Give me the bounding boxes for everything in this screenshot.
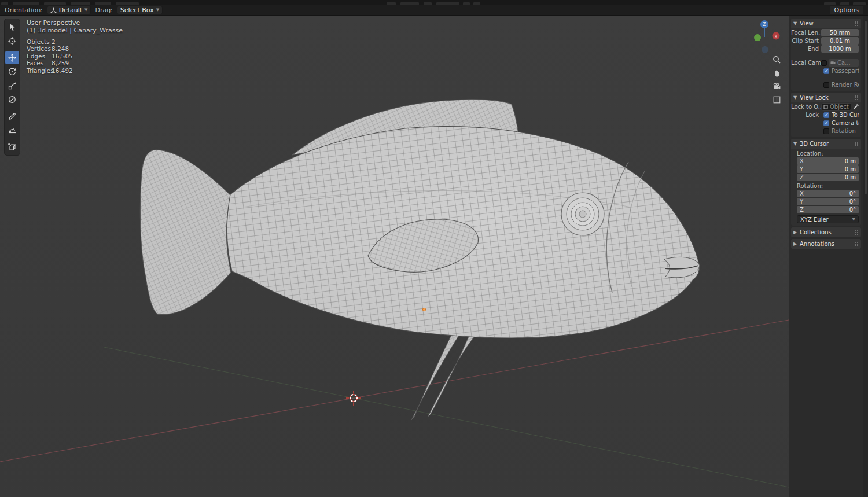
panel-view-lock: ▼ View Lock Lock to O... Object Lock [791,93,861,137]
render-region-checkbox[interactable] [823,82,829,88]
cursor-location-y[interactable]: Y0 m [797,165,859,173]
local-camera-checkbox[interactable] [821,60,827,66]
focal-length-row: Focal Len... 50 mm [791,29,859,36]
drag-dropdown[interactable]: Select Box ▼ [117,6,163,14]
add-cube-icon [8,142,17,152]
chevron-down-icon: ▼ [852,218,855,222]
orientation-value: Default [59,6,82,14]
stat-row: Vertices8,248 [27,45,73,52]
chevron-down-icon: ▼ [793,21,798,26]
clip-start-field[interactable]: 0.01 m [821,37,859,45]
camera-to-view-checkbox[interactable] [823,120,829,126]
sidebar-gutter [863,16,868,497]
cursor-rotation-x[interactable]: X0° [797,190,859,197]
viewport-statistics: Objects2 Vertices8,248 Edges16,505 Faces… [27,38,73,74]
viewport-3d[interactable]: User Perspective (1) 3d model | Canary_W… [0,16,789,497]
cursor-location-label: Location: [797,150,861,157]
cursor-rotation-y[interactable]: Y0° [797,198,859,205]
panel-3d-cursor: ▼ 3D Cursor Location: X0 m Y0 m Z0 m Rot… [791,139,861,226]
select-arrow-icon [8,23,17,32]
chevron-down-icon: ▼ [84,8,87,12]
fish-tail-fin[interactable] [140,150,231,315]
panel-annotations-header[interactable]: ▶ Annotations [791,239,861,249]
camera-icon [830,60,836,65]
topbar-partial [0,0,868,5]
eyedropper-icon[interactable] [853,104,859,110]
sidebar-scrollbar[interactable] [865,21,867,194]
panel-grip-icon[interactable] [855,21,859,26]
clip-end-field[interactable]: 1000 m [821,45,859,53]
cursor-icon [8,36,17,46]
panel-grip-icon[interactable] [855,230,859,235]
orientation-dropdown[interactable]: Default ▼ [47,6,91,14]
toolbar-left [4,19,20,156]
panel-view-header[interactable]: ▼ View [791,19,861,28]
panel-grip-icon[interactable] [855,242,859,246]
tool-add-cube[interactable] [5,140,19,153]
panel-grip-icon[interactable] [855,95,859,100]
focal-length-field[interactable]: 50 mm [821,29,859,36]
panel-view: ▼ View Focal Len... 50 mm Clip Start 0.0… [791,19,861,91]
axis-x-line [0,320,789,462]
panel-grip-icon[interactable] [855,142,859,146]
lock-rotation-checkbox[interactable] [823,128,829,134]
annotate-pen-icon [8,112,17,121]
panel-annotations: ▶ Annotations [791,239,861,249]
panel-collections: ▶ Collections [791,227,861,237]
cursor-rotation-label: Rotation: [797,183,861,189]
chevron-right-icon: ▶ [793,230,798,235]
local-camera-row: Local Cam... Ca... [791,59,859,67]
cursor-location-z[interactable]: Z0 m [797,174,859,181]
scene-collection-label: (1) 3d model | Canary_Wrasse [27,27,123,34]
passepartout-checkbox[interactable] [823,68,829,74]
gizmo-z-label: Z [763,22,766,27]
camera-view-button[interactable] [771,81,782,91]
panel-3d-cursor-header[interactable]: ▼ 3D Cursor [791,139,861,149]
blender-window: Orientation: Default ▼ Drag: Select Box … [0,0,868,497]
lock-object-field[interactable]: Object [821,103,851,111]
tool-select-box[interactable] [5,20,19,34]
options-button[interactable]: Options [830,6,863,14]
cursor-location-x[interactable]: X0 m [797,157,859,165]
hand-icon [773,69,781,78]
rotation-mode-dropdown[interactable]: XYZ Euler ▼ [797,215,859,223]
panel-view-lock-header[interactable]: ▼ View Lock [791,93,861,102]
stat-row: Edges16,505 [27,53,73,60]
tool-annotate[interactable] [5,109,19,123]
tool-rotate[interactable] [5,65,19,78]
panel-collections-header[interactable]: ▶ Collections [791,227,861,237]
tool-cursor[interactable] [5,34,19,47]
lock-to-object-row: Lock to O... Object [791,103,859,111]
axes-icon [50,7,57,13]
zoom-button[interactable] [771,54,782,65]
chevron-down-icon: ▼ [793,141,798,146]
drag-value: Select Box [120,6,154,14]
gizmo-x-label: x [775,34,778,39]
cursor-rotation-z[interactable]: Z0° [797,206,859,213]
rotate-icon [8,67,17,76]
stat-row: Triangles16,492 [27,67,73,74]
grid-icon [773,95,781,104]
object-icon [823,105,828,109]
scene-canvas[interactable] [0,16,789,497]
view-perspective-label: User Perspective [27,20,123,27]
stat-row: Faces8,259 [27,60,73,67]
scale-icon [8,81,17,90]
sidebar-n-panel: ▼ View Focal Len... 50 mm Clip Start 0.0… [789,16,868,497]
gizmo-neg-z-ball[interactable] [762,47,768,53]
to-3d-cursor-checkbox[interactable] [823,112,829,118]
navigation-gizmo[interactable]: Z x [745,19,784,56]
gizmo-y-ball[interactable] [754,34,761,41]
lock-rotation-row: Rotation [823,127,859,135]
local-camera-field: Ca... [829,59,859,67]
ortho-toggle-button[interactable] [771,94,782,105]
tool-transform[interactable] [5,93,19,106]
pan-button[interactable] [771,68,782,78]
tool-move[interactable] [5,51,19,64]
tool-measure[interactable] [5,123,19,137]
tool-scale[interactable] [5,79,19,92]
camera-to-view-row: Camera to Vi... [823,119,859,127]
camera-icon [773,82,781,91]
viewport-overlay-text: User Perspective (1) 3d model | Canary_W… [27,20,123,34]
fish-eye [561,193,604,235]
